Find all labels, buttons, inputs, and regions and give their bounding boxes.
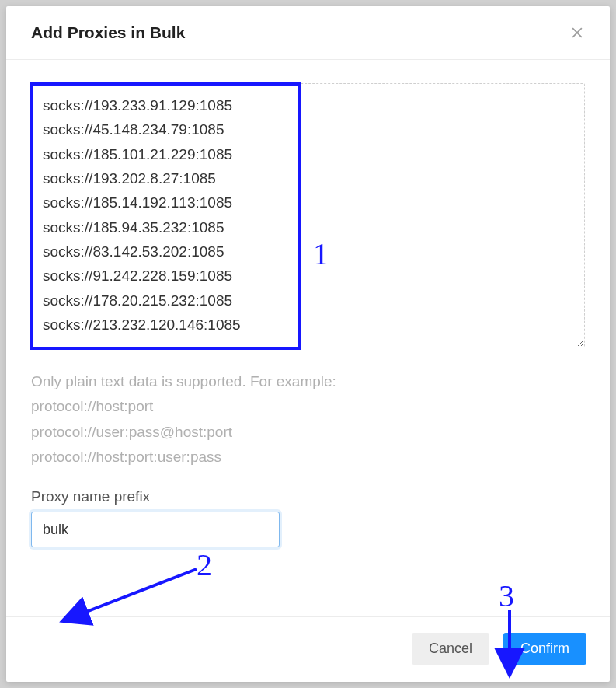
- modal-header: Add Proxies in Bulk: [6, 6, 610, 60]
- modal-title: Add Proxies in Bulk: [31, 23, 185, 42]
- help-text: Only plain text data is supported. For e…: [31, 369, 585, 470]
- cancel-button[interactable]: Cancel: [412, 633, 489, 665]
- help-line-1: Only plain text data is supported. For e…: [31, 369, 585, 394]
- modal-footer: Cancel Confirm: [6, 616, 610, 682]
- proxies-textarea[interactable]: [31, 83, 585, 347]
- confirm-button[interactable]: Confirm: [503, 633, 586, 665]
- modal-body: 1 Only plain text data is supported. For…: [6, 60, 610, 616]
- help-line-3: protocol://user:pass@host:port: [31, 420, 585, 445]
- help-line-4: protocol://host:port:user:pass: [31, 445, 585, 470]
- annotation-number-3: 3: [499, 581, 514, 612]
- prefix-section: Proxy name prefix: [31, 488, 585, 547]
- add-proxies-modal: Add Proxies in Bulk 1 Only plain text da…: [6, 6, 610, 682]
- prefix-label: Proxy name prefix: [31, 488, 585, 505]
- svg-line-3: [82, 569, 197, 613]
- annotation-number-2: 2: [197, 550, 212, 581]
- close-icon: [569, 25, 585, 40]
- help-line-2: protocol://host:port: [31, 394, 585, 419]
- textarea-wrapper: [31, 83, 585, 347]
- close-button[interactable]: [568, 23, 586, 42]
- prefix-input[interactable]: [31, 512, 280, 547]
